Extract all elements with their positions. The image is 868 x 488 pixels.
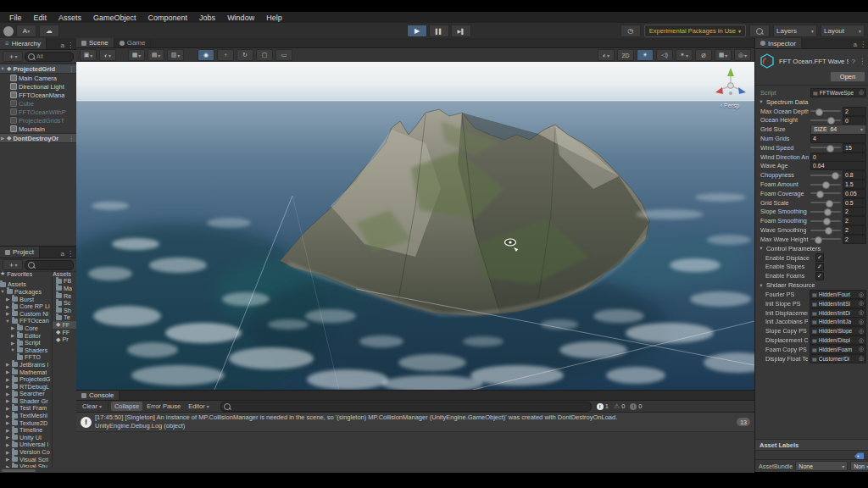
value-field[interactable]: 2 <box>843 225 866 235</box>
object-picker-icon[interactable]: ◎ <box>859 337 864 344</box>
audio-toggle-button[interactable]: ◁) <box>656 49 673 61</box>
project-folder[interactable]: ▶Mathemat <box>0 369 52 376</box>
assetbundle-dropdown[interactable]: None ▾ <box>795 461 848 471</box>
hierarchy-item-fftoceanmanager[interactable]: FFTOceanMana <box>0 91 76 99</box>
foam-amount-slider[interactable] <box>810 184 841 186</box>
add-asset-button[interactable]: ＋▾ <box>3 259 23 270</box>
project-folder[interactable]: ▶Custom NI <box>0 310 52 318</box>
project-folder[interactable]: ▼FFTOcean <box>0 318 52 325</box>
kebab-menu-icon[interactable]: ⋮ <box>67 42 74 49</box>
foam-coverage-slider[interactable] <box>810 192 841 194</box>
wind-speed-slider[interactable] <box>810 147 841 148</box>
pause-button[interactable]: ▌▌ <box>429 25 449 37</box>
fourier-ps-field[interactable]: ▤Hidden/Fouri◎ <box>810 290 866 299</box>
project-folder[interactable]: ▶Texture2D <box>0 419 52 427</box>
play-button[interactable]: ▶ <box>407 25 427 37</box>
hierarchy-item-mountain[interactable]: Mountain <box>0 125 76 133</box>
enable-slopes-checkbox[interactable]: ✓ <box>815 263 824 271</box>
rotate-tool-button[interactable]: ↻ <box>236 49 253 61</box>
2d-toggle-button[interactable]: 2D <box>617 49 634 61</box>
scene-visibility-button[interactable]: Ø <box>695 49 712 61</box>
project-folder[interactable]: ▶Burst <box>0 296 52 303</box>
object-picker-icon[interactable]: ◎ <box>859 291 864 298</box>
console-search-input[interactable] <box>220 402 592 412</box>
object-picker-icon[interactable]: ◎ <box>859 346 864 352</box>
value-field[interactable]: 2 <box>843 107 866 116</box>
project-folder[interactable]: ▼Shaders <box>0 347 52 354</box>
move-tool-button[interactable]: ＋ <box>217 49 234 61</box>
project-folder[interactable]: ▶JetBrains I <box>0 361 52 369</box>
cloud-button[interactable]: ☁ <box>39 25 59 37</box>
init-jacobians-field[interactable]: ▤Hidden/InitJa◎ <box>810 317 866 326</box>
object-picker-icon[interactable]: ◎ <box>859 300 864 307</box>
lock-icon[interactable]: a <box>61 42 64 49</box>
enable-displace-checkbox[interactable]: ✓ <box>815 253 824 262</box>
effects-dropdown[interactable]: ✶▾ <box>676 49 693 61</box>
assetbundle-variant-dropdown[interactable]: Non ▾ <box>850 461 868 471</box>
project-folder[interactable]: ▶Version Co <box>0 448 52 456</box>
scene-header-projectedgrid[interactable]: ▼ ◆ ProjectedGrid ⋮ <box>0 64 76 74</box>
search-button[interactable] <box>749 25 770 37</box>
kebab-menu-icon[interactable]: ⋮ <box>67 250 74 258</box>
info-count[interactable]: ! 1 <box>597 402 609 410</box>
grid-scale-slider[interactable] <box>810 202 841 203</box>
add-object-button[interactable]: ＋▾ <box>3 51 23 62</box>
scene-header-dontdestroyonload[interactable]: ▶ ◆ DontDestroyOr ⋮ <box>0 133 76 143</box>
project-folder[interactable]: ▶Searcher <box>0 391 52 398</box>
layers-dropdown[interactable]: Layers▾ <box>773 25 817 37</box>
tab-project[interactable]: Project <box>0 247 40 258</box>
scale-tool-button[interactable]: ▢ <box>256 49 273 61</box>
asset-labels-header[interactable]: Asset Labels <box>755 439 868 451</box>
menu-help[interactable]: Help <box>260 14 288 22</box>
project-search-input[interactable] <box>25 260 74 270</box>
scene-viewport[interactable]: ‹ Persp <box>76 62 754 390</box>
foldout-arrow-icon[interactable]: ▶ <box>0 136 5 141</box>
foldout-arrow-icon[interactable]: ▼ <box>0 66 5 71</box>
horizontal-scrollbar[interactable] <box>2 469 36 472</box>
wind-direction-field[interactable]: 0 <box>810 152 866 162</box>
menu-component[interactable]: Component <box>142 14 194 22</box>
shading-mode-dropdown[interactable]: ◐▾ <box>598 49 615 61</box>
lighting-toggle-button[interactable]: ☀ <box>637 49 654 61</box>
menu-assets[interactable]: Assets <box>53 14 87 22</box>
asset-file-selected[interactable]: ◆FF <box>53 321 76 329</box>
project-folder[interactable]: ▶RTDebugL <box>0 383 52 391</box>
tab-hierarchy[interactable]: ≡ Hierarchy <box>0 38 47 49</box>
kebab-menu-icon[interactable]: ⋮ <box>69 65 77 73</box>
kebab-menu-icon[interactable]: ⋮ <box>860 41 866 48</box>
snap-dropdown[interactable]: ▦▾ <box>128 49 145 61</box>
hierarchy-item-fftoceanwithp[interactable]: FFTOceanWithP <box>0 108 76 116</box>
menu-gameobject[interactable]: GameObject <box>87 14 142 22</box>
max-ocean-depth-slider[interactable] <box>810 110 841 112</box>
value-field[interactable]: 0 <box>843 116 866 125</box>
display-float-field[interactable]: ▤Customer/Di◎ <box>810 354 866 363</box>
object-picker-icon[interactable]: ◎ <box>859 89 864 96</box>
gizmos-dropdown[interactable]: ◎▾ <box>734 49 751 61</box>
value-field[interactable]: 2 <box>843 235 866 244</box>
project-folder[interactable]: ▶Visual Stu <box>0 463 52 468</box>
menu-jobs[interactable]: Jobs <box>193 14 221 22</box>
project-favorites[interactable]: ★Favorites <box>0 270 52 278</box>
project-folder[interactable]: FFTO <box>0 354 52 362</box>
menu-file[interactable]: File <box>3 14 28 22</box>
editor-dropdown[interactable]: Editor▾ <box>185 402 213 411</box>
project-folder[interactable]: ▶Core RP Li <box>0 302 52 310</box>
step-button[interactable]: ▶▌ <box>451 25 471 37</box>
collapse-toggle[interactable]: Collapse <box>111 402 142 411</box>
asset-file[interactable]: ◆FF <box>53 329 76 336</box>
project-folder[interactable]: ▶ProjectedG <box>0 375 52 383</box>
wave-smoothing-slider[interactable] <box>810 230 841 231</box>
hierarchy-item-cube[interactable]: Cube <box>0 99 76 108</box>
asset-file[interactable]: ◆Pr <box>53 336 76 343</box>
menu-edit[interactable]: Edit <box>28 14 53 22</box>
object-picker-icon[interactable]: ◎ <box>859 319 864 325</box>
menu-window[interactable]: Window <box>221 14 260 22</box>
slope-smoothing-slider[interactable] <box>810 211 841 213</box>
script-object-field[interactable]: ▤ FFTWaveSpe ◎ <box>810 88 866 97</box>
project-folder[interactable]: ▶TextMeshl <box>0 412 52 419</box>
foam-copy-ps-field[interactable]: ▤Hidden/Foam◎ <box>810 345 866 354</box>
account-dropdown[interactable]: A▾ <box>16 25 36 37</box>
hierarchy-item-projectedgridst[interactable]: ProjectedGridsT <box>0 116 76 125</box>
max-wave-height-slider[interactable] <box>810 238 841 240</box>
project-folder[interactable]: ▶Visual Scri <box>0 456 52 463</box>
